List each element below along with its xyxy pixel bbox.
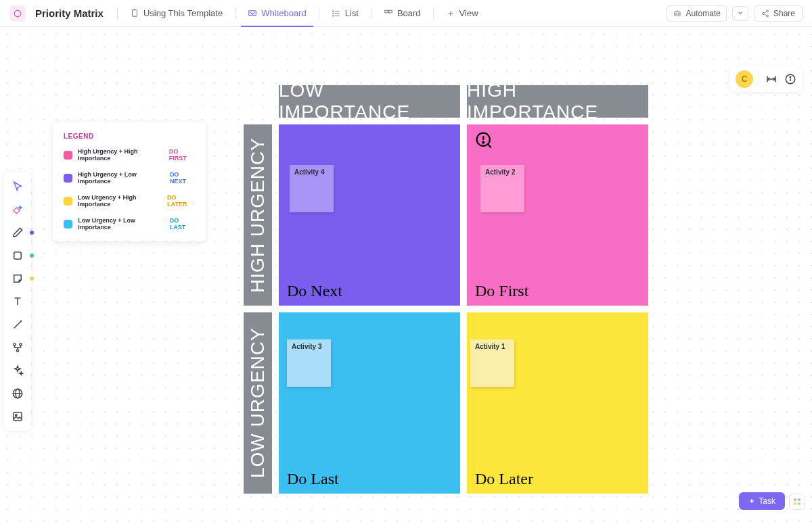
svg-rect-44 [794,502,796,505]
legend-row: Low Urgency + High Importance DO LATER [64,194,195,208]
fit-width-icon [765,73,777,85]
view-board[interactable]: Board [377,0,428,27]
note-activity-3[interactable]: Activity 3 [287,339,331,387]
svg-point-6 [332,10,333,11]
tool-sticky[interactable] [7,268,28,289]
row-header-low-urgency: LOW URGENCY [244,312,272,494]
share-icon [761,9,769,18]
svg-point-17 [766,10,768,12]
template-icon [130,9,139,18]
tool-generate[interactable] [7,199,28,220]
plus-icon [748,498,755,504]
quadrant-label: Do Next [287,282,342,300]
column-header-low-importance: LOW IMPORTANCE [279,85,460,118]
legend-row: High Urgency + High Importance DO FIRST [64,148,195,162]
chevron-down-icon [737,9,744,16]
automate-label: Automate [686,9,721,18]
tool-relations[interactable] [7,337,28,358]
tool-select[interactable] [7,176,28,197]
svg-line-20 [764,11,767,13]
svg-point-36 [790,76,791,78]
automate-button[interactable]: Automate [667,5,727,22]
svg-rect-10 [388,10,392,13]
divider [117,7,118,20]
priority-matrix: LOW IMPORTANCE HIGH IMPORTANCE HIGH URGE… [244,85,648,494]
legend-card[interactable]: LEGEND High Urgency + High Importance DO… [53,122,206,241]
apps-button[interactable] [789,494,805,510]
svg-line-21 [764,14,767,15]
note-activity-1[interactable]: Activity 1 [470,339,514,387]
image-icon [12,410,24,423]
text-icon [12,295,24,308]
legend-swatch [64,220,72,229]
legend-swatch [64,197,72,206]
tool-text[interactable] [7,291,28,312]
legend-swatch [64,174,72,183]
tool-palette [4,172,31,431]
view-label: List [345,8,359,18]
robot-icon [673,9,682,18]
board-icon [384,9,393,18]
svg-point-14 [675,14,676,14]
view-whiteboard[interactable]: Whiteboard [241,0,313,27]
connector-icon [12,318,24,331]
view-label: Board [397,8,421,18]
svg-point-7 [332,13,333,14]
svg-point-24 [20,343,22,346]
quadrant-label: Do First [475,282,528,300]
avatar[interactable]: C [736,70,753,88]
fit-width-button[interactable] [765,72,778,86]
important-icon [475,131,494,150]
tool-connector[interactable] [7,314,28,335]
svg-point-8 [332,15,333,16]
tool-ai[interactable] [7,360,28,381]
column-header-high-importance: HIGH IMPORTANCE [467,85,648,118]
svg-rect-45 [798,502,800,505]
share-label: Share [773,9,795,18]
legend-row: Low Urgency + Low Importance DO LAST [64,217,195,231]
share-button[interactable]: Share [754,5,803,22]
whiteboard-icon [248,9,257,18]
svg-point-0 [14,10,20,16]
svg-point-23 [14,343,16,346]
svg-rect-29 [14,412,22,421]
sparkle-shape-icon [12,204,24,216]
svg-rect-42 [794,498,796,501]
svg-point-19 [766,15,768,17]
quadrant-do-last[interactable]: Activity 3 Do Last [279,312,460,494]
tool-pen[interactable] [7,222,28,243]
view-add[interactable]: View [439,0,485,27]
legend-row: High Urgency + Low Importance DO NEXT [64,171,195,185]
info-button[interactable] [784,72,797,86]
quadrant-do-first[interactable]: Activity 2 Do First [467,124,648,306]
tool-shape[interactable] [7,245,28,266]
tool-web[interactable] [7,383,28,404]
apps-icon [792,497,802,506]
quadrant-do-next[interactable]: Activity 4 Do Next [279,124,460,306]
add-task-button[interactable]: Task [739,492,785,510]
note-activity-4[interactable]: Activity 4 [290,165,334,212]
view-using-template[interactable]: Using This Template [123,0,229,27]
divider [433,7,434,20]
tool-image[interactable] [7,406,28,427]
cursor-icon [12,181,24,193]
presence-panel: C [730,66,803,92]
sticky-icon [12,272,24,285]
info-icon [784,73,796,85]
whiteboard-canvas[interactable]: C LEGEND High Urgency + High Importance … [0,27,812,522]
view-label: View [459,8,478,18]
sparkles-icon [12,364,24,377]
quadrant-do-later[interactable]: Activity 1 Do Later [467,312,648,494]
row-header-high-urgency: HIGH URGENCY [244,124,272,306]
view-list[interactable]: List [325,0,365,27]
list-icon [332,9,341,18]
square-icon [12,250,24,262]
svg-point-15 [678,14,679,14]
quadrant-label: Do Later [475,470,533,488]
svg-point-30 [16,414,17,416]
svg-rect-1 [132,9,137,16]
note-activity-2[interactable]: Activity 2 [480,165,524,212]
svg-point-18 [762,12,764,14]
automate-dropdown[interactable] [732,6,748,21]
divider [319,7,319,20]
